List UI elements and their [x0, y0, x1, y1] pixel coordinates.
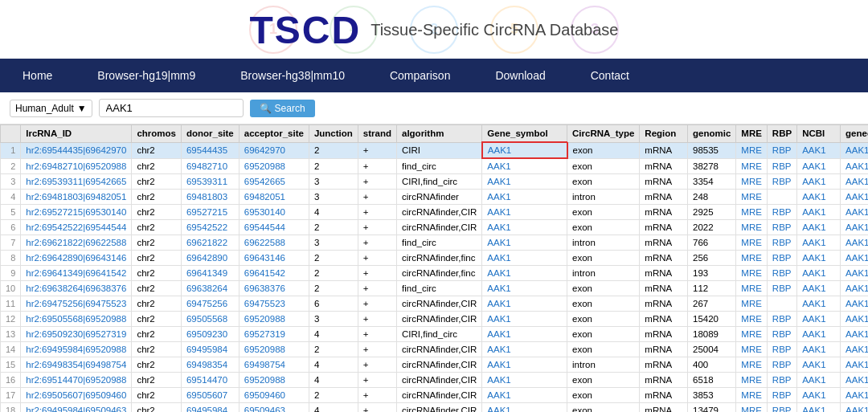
acceptor-site[interactable]: 69544544	[239, 220, 309, 235]
gene-symbol[interactable]: AAK1	[482, 296, 567, 312]
gene-symbol[interactable]: AAK1	[482, 312, 567, 327]
ncbi[interactable]: AAK1	[797, 373, 841, 388]
circrna-id[interactable]: hr2:69482710|69520988	[21, 158, 132, 174]
rbp[interactable]: RBP	[767, 342, 796, 357]
genecards[interactable]: AAK1	[841, 235, 868, 251]
gene-symbol[interactable]: AAK1	[482, 357, 567, 373]
ncbi[interactable]: AAK1	[797, 235, 841, 251]
gene-symbol[interactable]: AAK1	[482, 251, 567, 266]
acceptor-site[interactable]: 69527319	[239, 327, 309, 342]
rbp[interactable]: RBP	[767, 142, 796, 158]
donor-site[interactable]: 69641349	[181, 266, 239, 281]
acceptor-site[interactable]: 69482051	[239, 190, 309, 205]
genecards[interactable]: AAK1	[841, 205, 868, 220]
acceptor-site[interactable]: 69475523	[239, 296, 309, 312]
mre[interactable]: MRE	[736, 205, 768, 220]
circrna-id[interactable]: hr2:69527215|69530140	[21, 205, 132, 220]
circrna-id[interactable]: hr2:69505607|69509460	[21, 388, 132, 403]
circrna-id[interactable]: hr2:69495984|69509463	[21, 403, 132, 413]
gene-symbol[interactable]: AAK1	[482, 205, 567, 220]
donor-site[interactable]: 69495984	[181, 403, 239, 413]
ncbi[interactable]: AAK1	[797, 281, 841, 296]
gene-symbol[interactable]: AAK1	[482, 327, 567, 342]
ncbi[interactable]: AAK1	[797, 142, 841, 158]
genecards[interactable]: AAK1	[841, 403, 868, 413]
gene-symbol[interactable]: AAK1	[482, 235, 567, 251]
acceptor-site[interactable]: 69520988	[239, 312, 309, 327]
circrna-id[interactable]: hr2:69539311|69542665	[21, 174, 132, 190]
circrna-id[interactable]: hr2:69514470|69520988	[21, 373, 132, 388]
ncbi[interactable]: AAK1	[797, 357, 841, 373]
ncbi[interactable]: AAK1	[797, 174, 841, 190]
rbp[interactable]: RBP	[767, 251, 796, 266]
mre[interactable]: MRE	[736, 174, 768, 190]
nav-browser-hg38[interactable]: Browser-hg38|mm10	[218, 59, 367, 92]
rbp[interactable]: RBP	[767, 312, 796, 327]
circrna-id[interactable]: hr2:69544435|69642970	[21, 142, 132, 158]
genecards[interactable]: AAK1	[841, 220, 868, 235]
circrna-id[interactable]: hr2:69621822|69622588	[21, 235, 132, 251]
genecards[interactable]: AAK1	[841, 174, 868, 190]
donor-site[interactable]: 69542522	[181, 220, 239, 235]
gene-symbol[interactable]: AAK1	[482, 142, 567, 158]
search-button[interactable]: 🔍 Search	[250, 100, 315, 117]
gene-symbol[interactable]: AAK1	[482, 190, 567, 205]
gene-symbol[interactable]: AAK1	[482, 158, 567, 174]
ncbi[interactable]: AAK1	[797, 403, 841, 413]
acceptor-site[interactable]: 69622588	[239, 235, 309, 251]
mre[interactable]: MRE	[736, 327, 768, 342]
circrna-id[interactable]: hr2:69638264|69638376	[21, 281, 132, 296]
donor-site[interactable]: 69509230	[181, 327, 239, 342]
ncbi[interactable]: AAK1	[797, 388, 841, 403]
genecards[interactable]: AAK1	[841, 296, 868, 312]
rbp[interactable]: RBP	[767, 357, 796, 373]
rbp[interactable]: RBP	[767, 403, 796, 413]
nav-comparison[interactable]: Comparison	[367, 59, 473, 92]
rbp[interactable]	[767, 296, 796, 312]
donor-site[interactable]: 69539311	[181, 174, 239, 190]
acceptor-site[interactable]: 69498754	[239, 357, 309, 373]
mre[interactable]: MRE	[736, 142, 768, 158]
species-dropdown[interactable]: Human_Adult ▼	[10, 100, 92, 117]
ncbi[interactable]: AAK1	[797, 342, 841, 357]
genecards[interactable]: AAK1	[841, 158, 868, 174]
acceptor-site[interactable]: 69542665	[239, 174, 309, 190]
mre[interactable]: MRE	[736, 357, 768, 373]
donor-site[interactable]: 69514470	[181, 373, 239, 388]
donor-site[interactable]: 69475256	[181, 296, 239, 312]
gene-symbol[interactable]: AAK1	[482, 388, 567, 403]
acceptor-site[interactable]: 69520988	[239, 158, 309, 174]
acceptor-site[interactable]: 69641542	[239, 266, 309, 281]
rbp[interactable]: RBP	[767, 281, 796, 296]
circrna-id[interactable]: hr2:69509230|69527319	[21, 327, 132, 342]
donor-site[interactable]: 69495984	[181, 342, 239, 357]
circrna-id[interactable]: hr2:69495984|69520988	[21, 342, 132, 357]
circrna-id[interactable]: hr2:69641349|69641542	[21, 266, 132, 281]
nav-home[interactable]: Home	[0, 59, 75, 92]
acceptor-site[interactable]: 69643146	[239, 251, 309, 266]
mre[interactable]: MRE	[736, 235, 768, 251]
donor-site[interactable]: 69498354	[181, 357, 239, 373]
circrna-id[interactable]: hr2:69481803|69482051	[21, 190, 132, 205]
genecards[interactable]: AAK1	[841, 312, 868, 327]
gene-symbol[interactable]: AAK1	[482, 403, 567, 413]
rbp[interactable]: RBP	[767, 174, 796, 190]
genecards[interactable]: AAK1	[841, 142, 868, 158]
circrna-id[interactable]: hr2:69642890|69643146	[21, 251, 132, 266]
mre[interactable]: MRE	[736, 251, 768, 266]
acceptor-site[interactable]: 69520988	[239, 373, 309, 388]
circrna-id[interactable]: hr2:69498354|69498754	[21, 357, 132, 373]
gene-symbol[interactable]: AAK1	[482, 220, 567, 235]
rbp[interactable]: RBP	[767, 388, 796, 403]
ncbi[interactable]: AAK1	[797, 158, 841, 174]
acceptor-site[interactable]: 69642970	[239, 142, 309, 158]
donor-site[interactable]: 69505568	[181, 312, 239, 327]
rbp[interactable]: RBP	[767, 158, 796, 174]
nav-contact[interactable]: Contact	[568, 59, 652, 92]
genecards[interactable]: AAK1	[841, 342, 868, 357]
ncbi[interactable]: AAK1	[797, 327, 841, 342]
mre[interactable]: MRE	[736, 342, 768, 357]
acceptor-site[interactable]: 69509463	[239, 403, 309, 413]
donor-site[interactable]: 69544435	[181, 142, 239, 158]
acceptor-site[interactable]: 69520988	[239, 342, 309, 357]
